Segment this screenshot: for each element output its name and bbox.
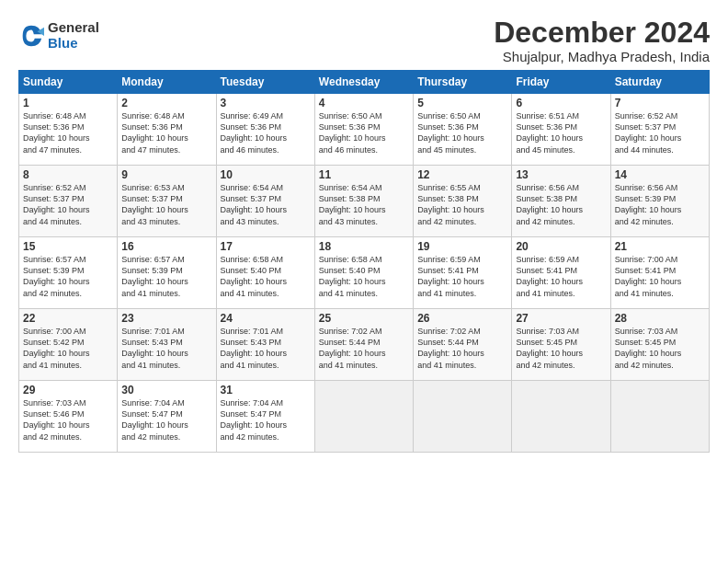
day-info: Sunrise: 7:04 AMSunset: 5:47 PMDaylight:… — [221, 397, 311, 442]
calendar-cell: 5Sunrise: 6:50 AMSunset: 5:36 PMDaylight… — [414, 94, 512, 166]
day-info: Sunrise: 6:48 AMSunset: 5:36 PMDaylight:… — [121, 110, 211, 155]
day-info: Sunrise: 7:03 AMSunset: 5:45 PMDaylight:… — [516, 326, 606, 371]
logo-icon — [18, 23, 44, 49]
calendar-cell: 1Sunrise: 6:48 AMSunset: 5:36 PMDaylight… — [19, 94, 118, 166]
calendar-cell: 12Sunrise: 6:55 AMSunset: 5:38 PMDayligh… — [414, 166, 512, 237]
col-tuesday: Tuesday — [216, 71, 314, 94]
day-number: 25 — [319, 312, 409, 325]
day-number: 15 — [23, 240, 113, 253]
col-wednesday: Wednesday — [314, 71, 413, 94]
day-info: Sunrise: 6:57 AMSunset: 5:39 PMDaylight:… — [121, 254, 211, 299]
calendar-page: General Blue December 2024 Shujalpur, Ma… — [0, 0, 728, 563]
location-title: Shujalpur, Madhya Pradesh, India — [494, 49, 710, 64]
calendar-cell: 21Sunrise: 7:00 AMSunset: 5:41 PMDayligh… — [610, 237, 709, 309]
day-info: Sunrise: 6:58 AMSunset: 5:40 PMDaylight:… — [221, 254, 311, 299]
calendar-cell: 26Sunrise: 7:02 AMSunset: 5:44 PMDayligh… — [414, 309, 512, 381]
day-info: Sunrise: 7:02 AMSunset: 5:44 PMDaylight:… — [417, 326, 507, 371]
calendar-cell — [414, 381, 512, 453]
calendar-cell: 2Sunrise: 6:48 AMSunset: 5:36 PMDaylight… — [118, 94, 216, 166]
calendar-cell: 28Sunrise: 7:03 AMSunset: 5:45 PMDayligh… — [610, 309, 709, 381]
calendar-cell: 29Sunrise: 7:03 AMSunset: 5:46 PMDayligh… — [19, 381, 118, 453]
day-info: Sunrise: 7:03 AMSunset: 5:46 PMDaylight:… — [23, 397, 113, 442]
col-friday: Friday — [512, 71, 610, 94]
day-info: Sunrise: 6:59 AMSunset: 5:41 PMDaylight:… — [516, 254, 606, 299]
day-info: Sunrise: 6:56 AMSunset: 5:38 PMDaylight:… — [516, 182, 606, 227]
calendar-cell — [314, 381, 413, 453]
header: General Blue December 2024 Shujalpur, Ma… — [18, 17, 710, 64]
day-info: Sunrise: 6:51 AMSunset: 5:36 PMDaylight:… — [516, 110, 606, 155]
day-number: 3 — [221, 97, 311, 109]
day-info: Sunrise: 6:50 AMSunset: 5:36 PMDaylight:… — [417, 110, 507, 155]
day-info: Sunrise: 6:56 AMSunset: 5:39 PMDaylight:… — [615, 182, 705, 227]
day-number: 1 — [23, 97, 113, 109]
day-info: Sunrise: 6:54 AMSunset: 5:38 PMDaylight:… — [319, 182, 409, 227]
calendar-cell: 16Sunrise: 6:57 AMSunset: 5:39 PMDayligh… — [118, 237, 216, 309]
day-number: 11 — [319, 168, 409, 181]
calendar-cell — [610, 381, 709, 453]
day-info: Sunrise: 6:58 AMSunset: 5:40 PMDaylight:… — [319, 254, 409, 299]
col-sunday: Sunday — [19, 71, 118, 94]
day-info: Sunrise: 6:52 AMSunset: 5:37 PMDaylight:… — [23, 182, 113, 227]
day-info: Sunrise: 7:04 AMSunset: 5:47 PMDaylight:… — [121, 397, 211, 442]
day-number: 9 — [121, 168, 211, 181]
calendar-cell: 14Sunrise: 6:56 AMSunset: 5:39 PMDayligh… — [610, 166, 709, 237]
calendar-cell: 7Sunrise: 6:52 AMSunset: 5:37 PMDaylight… — [610, 94, 709, 166]
day-number: 24 — [221, 312, 311, 325]
day-info: Sunrise: 6:57 AMSunset: 5:39 PMDaylight:… — [23, 254, 113, 299]
col-monday: Monday — [118, 71, 216, 94]
calendar-table: Sunday Monday Tuesday Wednesday Thursday… — [18, 70, 710, 453]
day-number: 17 — [221, 240, 311, 253]
day-info: Sunrise: 6:53 AMSunset: 5:37 PMDaylight:… — [121, 182, 211, 227]
col-thursday: Thursday — [414, 71, 512, 94]
day-number: 13 — [516, 168, 606, 181]
day-number: 28 — [615, 312, 705, 325]
day-number: 2 — [121, 97, 211, 109]
day-number: 5 — [417, 97, 507, 109]
header-row: Sunday Monday Tuesday Wednesday Thursday… — [19, 71, 710, 94]
day-info: Sunrise: 7:01 AMSunset: 5:43 PMDaylight:… — [121, 326, 211, 371]
calendar-cell: 22Sunrise: 7:00 AMSunset: 5:42 PMDayligh… — [19, 309, 118, 381]
calendar-cell: 18Sunrise: 6:58 AMSunset: 5:40 PMDayligh… — [314, 237, 413, 309]
day-info: Sunrise: 7:02 AMSunset: 5:44 PMDaylight:… — [319, 326, 409, 371]
calendar-cell: 9Sunrise: 6:53 AMSunset: 5:37 PMDaylight… — [118, 166, 216, 237]
day-info: Sunrise: 6:48 AMSunset: 5:36 PMDaylight:… — [23, 110, 113, 155]
calendar-week-2: 8Sunrise: 6:52 AMSunset: 5:37 PMDaylight… — [19, 166, 710, 237]
day-number: 22 — [23, 312, 113, 325]
calendar-cell: 25Sunrise: 7:02 AMSunset: 5:44 PMDayligh… — [314, 309, 413, 381]
day-number: 14 — [615, 168, 705, 181]
day-number: 7 — [615, 97, 705, 109]
calendar-week-1: 1Sunrise: 6:48 AMSunset: 5:36 PMDaylight… — [19, 94, 710, 166]
calendar-cell: 20Sunrise: 6:59 AMSunset: 5:41 PMDayligh… — [512, 237, 610, 309]
calendar-cell: 6Sunrise: 6:51 AMSunset: 5:36 PMDaylight… — [512, 94, 610, 166]
calendar-cell: 30Sunrise: 7:04 AMSunset: 5:47 PMDayligh… — [118, 381, 216, 453]
day-info: Sunrise: 7:00 AMSunset: 5:42 PMDaylight:… — [23, 326, 113, 371]
day-number: 23 — [121, 312, 211, 325]
calendar-cell: 31Sunrise: 7:04 AMSunset: 5:47 PMDayligh… — [216, 381, 314, 453]
day-number: 19 — [417, 240, 507, 253]
day-number: 26 — [417, 312, 507, 325]
day-number: 16 — [121, 240, 211, 253]
day-info: Sunrise: 6:55 AMSunset: 5:38 PMDaylight:… — [417, 182, 507, 227]
calendar-week-3: 15Sunrise: 6:57 AMSunset: 5:39 PMDayligh… — [19, 237, 710, 309]
calendar-week-4: 22Sunrise: 7:00 AMSunset: 5:42 PMDayligh… — [19, 309, 710, 381]
day-number: 12 — [417, 168, 507, 181]
logo-text: General Blue — [48, 20, 99, 51]
logo-general-text: General — [48, 20, 99, 36]
calendar-cell: 27Sunrise: 7:03 AMSunset: 5:45 PMDayligh… — [512, 309, 610, 381]
calendar-cell: 17Sunrise: 6:58 AMSunset: 5:40 PMDayligh… — [216, 237, 314, 309]
col-saturday: Saturday — [610, 71, 709, 94]
day-number: 8 — [23, 168, 113, 181]
calendar-cell: 23Sunrise: 7:01 AMSunset: 5:43 PMDayligh… — [118, 309, 216, 381]
day-number: 31 — [221, 384, 311, 396]
calendar-cell — [512, 381, 610, 453]
title-area: December 2024 Shujalpur, Madhya Pradesh,… — [494, 17, 710, 64]
calendar-cell: 11Sunrise: 6:54 AMSunset: 5:38 PMDayligh… — [314, 166, 413, 237]
calendar-cell: 4Sunrise: 6:50 AMSunset: 5:36 PMDaylight… — [314, 94, 413, 166]
calendar-cell: 8Sunrise: 6:52 AMSunset: 5:37 PMDaylight… — [19, 166, 118, 237]
day-number: 29 — [23, 384, 113, 396]
day-info: Sunrise: 6:49 AMSunset: 5:36 PMDaylight:… — [221, 110, 311, 155]
calendar-cell: 15Sunrise: 6:57 AMSunset: 5:39 PMDayligh… — [19, 237, 118, 309]
day-number: 21 — [615, 240, 705, 253]
day-number: 20 — [516, 240, 606, 253]
day-info: Sunrise: 7:03 AMSunset: 5:45 PMDaylight:… — [615, 326, 705, 371]
